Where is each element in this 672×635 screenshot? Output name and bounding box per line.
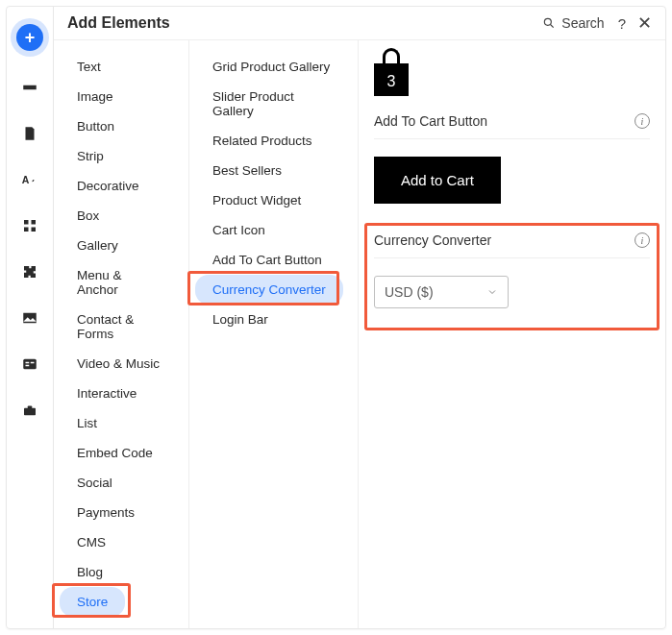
category-item[interactable]: Menu & Anchor bbox=[60, 260, 183, 305]
subitem[interactable]: Related Products bbox=[195, 126, 330, 156]
plugin-icon[interactable] bbox=[20, 262, 39, 281]
cart-icon-preview: 3 bbox=[374, 54, 409, 96]
category-item[interactable]: Text bbox=[60, 52, 118, 82]
category-item[interactable]: CMS bbox=[60, 527, 123, 557]
subitem[interactable]: Product Widget bbox=[195, 185, 318, 215]
currency-converter-block: Currency Converter i USD ($) bbox=[374, 232, 650, 308]
currency-value: USD ($) bbox=[385, 284, 434, 300]
atc-heading: Add To Cart Button bbox=[374, 113, 487, 129]
close-button[interactable]: ✕ bbox=[637, 12, 652, 34]
search-icon bbox=[542, 16, 556, 30]
atc-header: Add To Cart Button i bbox=[374, 113, 650, 139]
svg-rect-12 bbox=[24, 408, 36, 416]
category-item[interactable]: Gallery bbox=[60, 231, 136, 260]
svg-rect-4 bbox=[24, 228, 29, 232]
cc-heading: Currency Converter bbox=[374, 232, 491, 248]
svg-rect-0 bbox=[23, 85, 37, 90]
section-icon[interactable] bbox=[20, 78, 39, 97]
add-button[interactable]: + bbox=[16, 24, 43, 51]
add-elements-panel: + A Add Elements Search ? ✕ TextImageBut… bbox=[6, 6, 666, 629]
category-item[interactable]: Social bbox=[60, 468, 130, 498]
business-icon[interactable] bbox=[20, 401, 39, 420]
svg-rect-5 bbox=[32, 228, 37, 232]
svg-rect-8 bbox=[23, 359, 37, 370]
svg-rect-11 bbox=[31, 362, 35, 364]
subitem[interactable]: Add To Cart Button bbox=[195, 245, 339, 275]
svg-rect-3 bbox=[32, 220, 37, 225]
page-icon[interactable] bbox=[20, 124, 39, 143]
cms-icon[interactable] bbox=[20, 354, 39, 374]
subitem[interactable]: Best Sellers bbox=[195, 156, 299, 185]
subitem[interactable]: Slider Product Gallery bbox=[195, 82, 352, 126]
svg-rect-13 bbox=[28, 406, 33, 409]
subitem[interactable]: Cart Icon bbox=[195, 215, 283, 245]
left-rail: + A bbox=[7, 7, 53, 628]
currency-dropdown[interactable]: USD ($) bbox=[374, 276, 509, 308]
category-item[interactable]: Video & Music bbox=[60, 349, 177, 379]
help-button[interactable]: ? bbox=[618, 15, 626, 32]
svg-rect-2 bbox=[24, 220, 29, 225]
svg-text:A: A bbox=[22, 174, 30, 185]
category-item[interactable]: Embed Code bbox=[60, 438, 170, 468]
apps-icon[interactable] bbox=[20, 216, 39, 235]
media-icon[interactable] bbox=[20, 308, 39, 328]
search-label: Search bbox=[561, 15, 604, 31]
chevron-down-icon bbox=[486, 286, 498, 298]
category-item[interactable]: Store bbox=[60, 587, 125, 617]
subitems-column: Grid Product GallerySlider Product Galle… bbox=[188, 40, 358, 628]
add-to-cart-button[interactable]: Add to Cart bbox=[374, 157, 501, 204]
info-icon[interactable]: i bbox=[635, 232, 650, 248]
categories-column: TextImageButtonStripDecorativeBoxGallery… bbox=[54, 40, 188, 628]
search-button[interactable]: Search bbox=[542, 15, 604, 31]
category-item[interactable]: Button bbox=[60, 111, 132, 141]
theme-icon[interactable]: A bbox=[20, 170, 39, 189]
category-item[interactable]: Decorative bbox=[60, 171, 157, 201]
category-item[interactable]: Image bbox=[60, 82, 131, 111]
svg-rect-10 bbox=[26, 365, 30, 367]
category-item[interactable]: Strip bbox=[60, 141, 121, 171]
svg-point-14 bbox=[545, 18, 552, 25]
preview-column: 3 Add To Cart Button i Add to Cart Curre… bbox=[358, 40, 665, 628]
category-item[interactable]: Payments bbox=[60, 498, 152, 527]
category-item[interactable]: Interactive bbox=[60, 379, 154, 408]
subitem[interactable]: Currency Converter bbox=[195, 275, 343, 305]
svg-rect-9 bbox=[26, 362, 30, 364]
category-item[interactable]: Contact & Forms bbox=[60, 305, 183, 349]
panel-header: Add Elements Search ? ✕ bbox=[54, 7, 665, 40]
subitem[interactable]: Login Bar bbox=[195, 305, 286, 334]
svg-line-15 bbox=[551, 25, 554, 28]
cc-header: Currency Converter i bbox=[374, 232, 650, 258]
info-icon[interactable]: i bbox=[635, 113, 650, 129]
panel-body: Add Elements Search ? ✕ TextImageButtonS… bbox=[53, 7, 665, 628]
cart-count: 3 bbox=[374, 73, 409, 90]
category-item[interactable]: Blog bbox=[60, 557, 120, 587]
category-item[interactable]: Box bbox=[60, 201, 116, 231]
panel-title: Add Elements bbox=[67, 14, 170, 32]
subitem[interactable]: Grid Product Gallery bbox=[195, 52, 347, 82]
category-item[interactable]: List bbox=[60, 408, 114, 438]
columns: TextImageButtonStripDecorativeBoxGallery… bbox=[54, 40, 665, 628]
